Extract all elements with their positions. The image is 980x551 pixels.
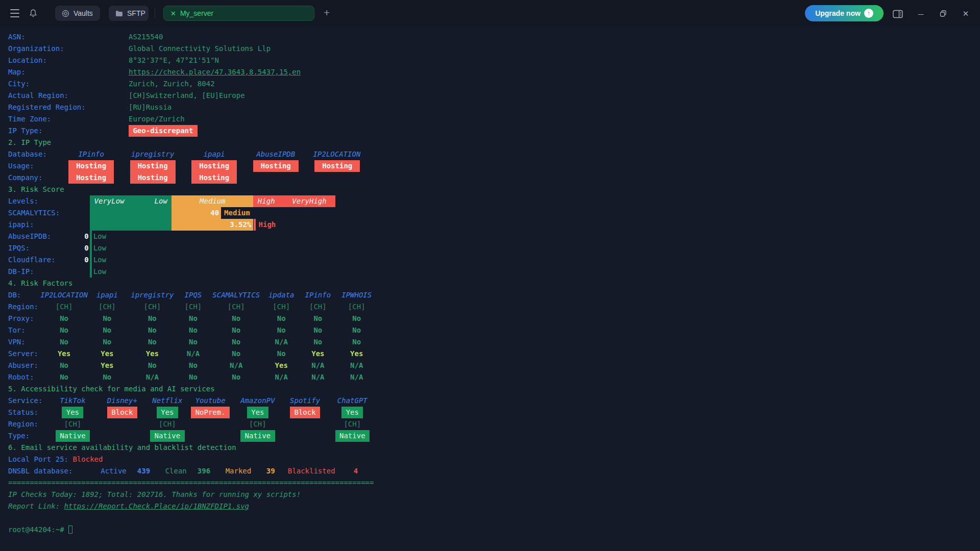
terminal-text: Yes: [311, 348, 324, 360]
terminal-text: Native: [240, 430, 275, 442]
tab-my-server[interactable]: ✕ My_server: [163, 6, 314, 21]
vault-icon: [62, 10, 69, 17]
terminal-text: ipregistry: [131, 148, 174, 160]
terminal-text: N/A: [350, 371, 363, 383]
terminal-text: Yes: [101, 348, 113, 360]
terminal-text: High: [259, 219, 276, 231]
minimize-button[interactable]: ─: [914, 7, 927, 20]
terminal-text: Yes: [146, 348, 159, 360]
terminal-text: IP Type:: [8, 125, 42, 137]
terminal-text: No: [60, 336, 68, 348]
maximize-restore-button[interactable]: [937, 7, 950, 20]
terminal-text: Global Connectivity Solutions Llp: [129, 43, 271, 55]
close-button[interactable]: ✕: [959, 7, 972, 20]
terminal-text: No: [352, 324, 361, 336]
terminal-text: [90, 207, 172, 219]
line-levels: Levels: VeryLow Low Medium High VeryHigh: [8, 195, 980, 207]
terminal-text: No: [103, 324, 111, 336]
tab-divider: [155, 8, 155, 18]
terminal-text: City:: [8, 78, 30, 90]
terminal-text: Robot:: [8, 371, 34, 383]
line-status: Status:YesBlockYesNoPrem.YesBlockYes: [8, 407, 980, 418]
terminal-text: No: [313, 313, 322, 324]
terminal-text: No: [189, 371, 198, 383]
folder-icon: [115, 10, 123, 17]
terminal-text: Clean: [165, 465, 187, 477]
terminal-text: Blacklisted: [288, 465, 335, 477]
shell-prompt: root@44204:~#: [8, 524, 68, 536]
terminal-text: IPWHOIS: [341, 289, 372, 301]
close-tab-icon[interactable]: ✕: [170, 10, 176, 17]
terminal-text: High VeryHigh: [253, 195, 335, 207]
terminal-text: Levels:: [8, 195, 38, 207]
terminal-text: No: [313, 336, 322, 348]
terminal-text: Disney+: [107, 395, 137, 407]
terminal-text: 0: [84, 242, 88, 254]
terminal-text: No: [148, 313, 157, 324]
terminal-text: N/A: [275, 371, 288, 383]
line-dnsbl: DNSBL database:Active439Clean396Marked39…: [8, 465, 980, 477]
terminal-text: Yes: [62, 407, 83, 418]
terminal-text: [CH]: [228, 301, 245, 313]
terminal-text: [CH]Switzerland, [EU]Europe: [129, 90, 245, 102]
terminal-text: No: [277, 324, 286, 336]
terminal-text: [CH]: [344, 418, 361, 430]
terminal-text: AS215540: [129, 31, 163, 43]
terminal-text: Active: [101, 465, 127, 477]
terminal-text: Hosting: [130, 172, 176, 184]
terminal-text: Yes: [101, 360, 113, 371]
terminal-text: 5. Accessibility check for media and AI …: [8, 383, 215, 395]
terminal-text: Medium: [224, 207, 250, 219]
new-tab-button[interactable]: +: [324, 7, 330, 19]
terminal-text: No: [277, 313, 286, 324]
terminal-text: Yes: [247, 407, 268, 418]
terminal-text: ASN:: [8, 31, 26, 43]
terminal-text: 0: [84, 254, 88, 266]
menu-icon[interactable]: [10, 9, 19, 17]
tab-vaults[interactable]: Vaults: [55, 6, 100, 21]
line-report-link: Report Link: https://Report.Check.Place/…: [8, 500, 980, 512]
terminal-text: Local Port 25:: [8, 454, 68, 465]
terminal-text: No: [189, 360, 198, 371]
terminal-text: SCAMALYTICS:: [8, 207, 60, 219]
line-usage: Usage:HostingHostingHostingHostingHostin…: [8, 160, 980, 172]
terminal-text: Organization:: [8, 43, 64, 55]
line-db-header: DB:IP2LOCATIONipapiipregistryIPQSSCAMALY…: [8, 289, 980, 301]
terminal-text: Time Zone:: [8, 113, 51, 125]
terminal-text: N/A: [275, 336, 288, 348]
terminal-text: No: [148, 324, 157, 336]
terminal-text: Block: [107, 407, 137, 418]
terminal-text: 3.52%: [172, 219, 253, 231]
map-link[interactable]: https://check.place/47.3643,8.5437,15,en: [129, 66, 301, 78]
terminal-text: [CH]: [249, 418, 266, 430]
line-section-4: 4. Risk Factors: [8, 278, 980, 289]
terminal-text: No: [313, 324, 322, 336]
terminal-text: SCAMALYTICS: [212, 289, 260, 301]
upgrade-button[interactable]: Upgrade now ↑: [805, 5, 884, 21]
terminal-text: [CH]: [56, 301, 73, 313]
line-service-header: Service:TikTokDisney+NetflixYoutubeAmazo…: [8, 395, 980, 407]
notifications-bell-icon[interactable]: [28, 8, 39, 19]
terminal-text: Actual Region:: [8, 90, 68, 102]
terminal-text: No: [60, 313, 68, 324]
terminal-text: IP Checks Today: 1892; Total: 202716. Th…: [8, 489, 301, 500]
terminal-text: IP2LOCATION: [313, 148, 361, 160]
report-link[interactable]: https://Report.Check.Place/ip/1BNZFDIP1.…: [64, 500, 249, 512]
terminal-text: AbuseIPDB:: [8, 231, 51, 242]
terminal-text: [90, 254, 91, 266]
terminal-text: Location:: [8, 55, 47, 66]
terminal-text: 2. IP Type: [8, 137, 51, 148]
panel-toggle-icon[interactable]: [891, 7, 904, 20]
line-city: City:Zurich, Zurich, 8042: [8, 78, 980, 90]
terminal-text: N/A: [146, 371, 159, 383]
line-ip-type: IP Type:Geo-discrepant: [8, 125, 980, 137]
tab-sftp[interactable]: SFTP: [109, 6, 149, 21]
terminal-text: Hosting: [191, 172, 237, 184]
terminal-text: 439: [137, 465, 150, 477]
line-section-3: 3. Risk Score: [8, 184, 980, 195]
terminal-text: No: [148, 360, 157, 371]
terminal-text: Yes: [157, 407, 178, 418]
terminal[interactable]: ASN:AS215540Organization:Global Connecti…: [0, 27, 980, 551]
line-location: Location:8°32'37"E, 47°21'51"N: [8, 55, 980, 66]
terminal-text: NoPrem.: [191, 407, 230, 418]
